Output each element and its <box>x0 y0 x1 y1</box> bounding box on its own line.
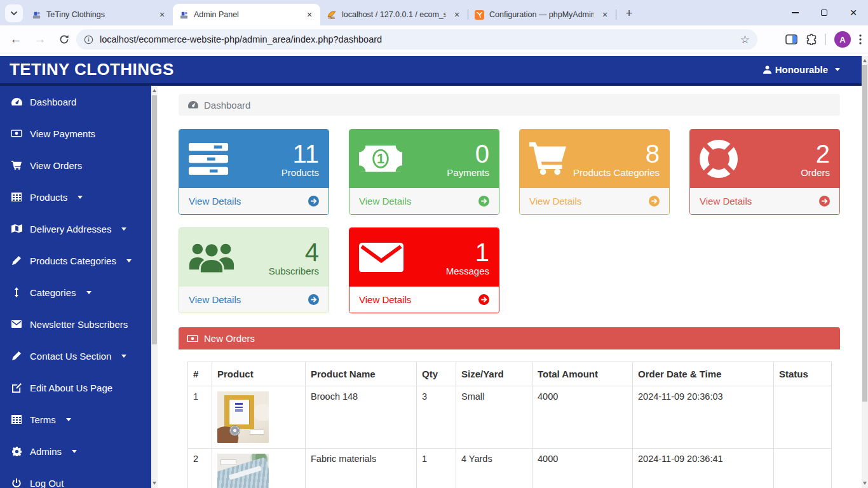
user-menu[interactable]: Honourable <box>763 64 840 75</box>
cell-status <box>774 386 832 449</box>
sidebar-scrollbar[interactable] <box>151 86 158 488</box>
window-maximize-button[interactable] <box>810 0 839 25</box>
view-details-link[interactable]: View Details <box>700 196 752 207</box>
cell-total: 4000 <box>532 386 633 449</box>
bookmark-star-icon[interactable]: ☆ <box>740 33 750 46</box>
browser-tab-tetiny[interactable]: TeTiny Clothings × <box>25 4 173 25</box>
table-icon <box>10 193 23 201</box>
scroll-up-icon[interactable] <box>863 59 867 62</box>
table-row: 2 Fabric materials 1 4 Yards 4000 2024-1… <box>188 449 832 488</box>
tab-close-icon[interactable]: × <box>156 9 168 20</box>
col-total: Total Amount <box>532 362 633 386</box>
sidebar-item-view-payments[interactable]: View Payments <box>0 118 151 149</box>
address-bar[interactable]: localhost/ecommerce-website-php/admin_ar… <box>76 29 757 50</box>
browser-tab-admin-panel[interactable]: Admin Panel × <box>173 4 320 25</box>
cell-qty: 3 <box>417 386 456 449</box>
breadcrumb-label: Dashboard <box>204 100 250 111</box>
tachometer-icon <box>188 101 198 109</box>
card-body: 8 Products Categories <box>520 130 669 188</box>
arrow-circle-right-icon[interactable] <box>478 294 489 305</box>
sidebar-item-view-orders[interactable]: View Orders <box>0 149 151 181</box>
view-details-link[interactable]: View Details <box>189 196 241 207</box>
browser-tab-phpmyadmin-db[interactable]: PMA localhost / 127.0.0.1 / ecom_sto × <box>320 4 468 25</box>
arrows-vertical-icon <box>10 287 23 297</box>
tab-close-icon[interactable]: × <box>451 9 463 20</box>
caret-down-icon <box>121 227 126 231</box>
sidebar-item-label: Log Out <box>30 478 64 488</box>
panel-title: New Orders <box>204 333 255 344</box>
stat-cards: 11 Products View Details 1 0 Payments Vi… <box>179 129 840 313</box>
view-details-link[interactable]: View Details <box>189 294 241 305</box>
card-body: 1 Messages <box>349 228 499 287</box>
reload-button[interactable] <box>56 31 72 48</box>
sidebar-item-label: Dashboard <box>30 97 76 107</box>
card-count: 1 <box>446 239 489 266</box>
new-tab-button[interactable]: + <box>620 4 638 22</box>
sidebar-item-label: Contact Us Section <box>30 351 111 362</box>
product-image <box>217 454 269 488</box>
profile-avatar[interactable]: A <box>834 31 851 48</box>
view-details-link[interactable]: View Details <box>359 196 411 207</box>
tab-separator <box>616 10 616 20</box>
tetiny-favicon-icon <box>179 10 189 20</box>
view-details-link[interactable]: View Details <box>359 294 411 305</box>
sidebar-item-contact-us-section[interactable]: Contact Us Section <box>0 340 151 372</box>
sidebar-item-dashboard[interactable]: Dashboard <box>0 86 151 118</box>
back-button[interactable]: ← <box>8 31 24 48</box>
side-panel-icon[interactable] <box>785 34 797 44</box>
sidebar-item-delivery-addresses[interactable]: Delivery Addresses <box>0 213 151 245</box>
site-info-icon[interactable] <box>84 35 93 44</box>
tab-close-icon[interactable]: × <box>599 9 611 20</box>
window-close-button[interactable]: × <box>839 0 868 25</box>
tab-search-button[interactable] <box>5 4 23 22</box>
list-bars-icon <box>189 143 228 175</box>
sidebar-item-categories[interactable]: Categories <box>0 276 151 308</box>
maximize-icon <box>821 10 827 16</box>
arrow-circle-right-icon[interactable] <box>308 196 319 207</box>
toolbar-separator <box>825 34 826 45</box>
sidebar-item-label: Products Categories <box>30 255 116 266</box>
browser-menu-icon[interactable] <box>859 34 862 44</box>
caret-down-icon <box>86 291 92 294</box>
browser-tab-phpmyadmin-config[interactable]: Configuration — phpMyAdmin × <box>468 4 616 25</box>
col-num: # <box>188 362 212 386</box>
pencil-icon <box>10 351 23 360</box>
sidebar-item-terms[interactable]: Terms <box>0 403 151 435</box>
sidebar-item-products-categories[interactable]: Products Categories <box>0 245 151 276</box>
tab-close-icon[interactable]: × <box>304 9 315 20</box>
browser-tab-strip: TeTiny Clothings × Admin Panel × PMA loc… <box>0 0 868 25</box>
phpmyadmin-favicon-icon: PMA <box>327 10 337 20</box>
sidebar-item-edit-about-us[interactable]: Edit About Us Page <box>0 372 151 403</box>
scrollbar-thumb[interactable] <box>152 95 157 344</box>
card-subscribers: 4 Subscribers View Details <box>179 227 329 313</box>
forward-button[interactable]: → <box>32 31 48 48</box>
browser-toolbar: ← → localhost/ecommerce-website-php/admi… <box>0 25 868 53</box>
sidebar-item-admins[interactable]: Admins <box>0 435 151 467</box>
scroll-up-icon[interactable] <box>153 89 156 92</box>
envelope-icon <box>359 243 403 273</box>
scroll-down-icon[interactable] <box>153 482 156 485</box>
url-text[interactable]: localhost/ecommerce-website-php/admin_ar… <box>100 34 382 44</box>
view-details-link[interactable]: View Details <box>529 196 581 207</box>
caret-down-icon <box>72 450 77 453</box>
card-orders: 2 Orders View Details <box>689 129 840 215</box>
arrow-circle-right-icon[interactable] <box>478 196 489 207</box>
scroll-down-icon[interactable] <box>863 482 867 485</box>
arrow-circle-right-icon[interactable] <box>308 294 319 305</box>
sidebar-item-products[interactable]: Products <box>0 181 151 213</box>
arrow-circle-right-icon[interactable] <box>819 196 830 207</box>
sidebar-item-label: Categories <box>30 287 76 298</box>
page-scrollbar[interactable] <box>862 56 868 488</box>
scrollbar-thumb[interactable] <box>862 65 867 402</box>
cell-product <box>212 449 306 488</box>
xampp-favicon-icon <box>475 10 484 20</box>
arrow-circle-right-icon[interactable] <box>649 196 660 207</box>
sidebar-item-newsletter-subscribers[interactable]: Newsletter Subscribers <box>0 308 151 340</box>
sidebar-item-log-out[interactable]: Log Out <box>0 467 151 488</box>
cell-size: 4 Yards <box>456 449 532 488</box>
app-header: TETINY CLOTHINGS Honourable <box>0 56 862 86</box>
window-minimize-button[interactable] <box>780 0 810 25</box>
extensions-icon[interactable] <box>806 34 817 45</box>
life-ring-icon <box>700 140 738 178</box>
card-messages: 1 Messages View Details <box>349 227 499 313</box>
